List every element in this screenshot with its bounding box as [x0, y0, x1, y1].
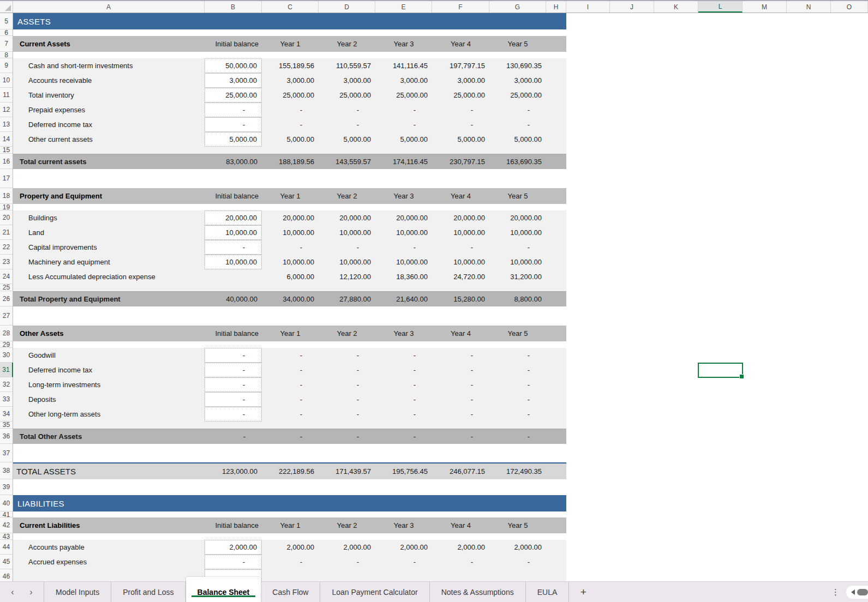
cell-G31[interactable]: -	[489, 363, 546, 377]
row-header-21[interactable]: 21	[0, 225, 13, 240]
input-cell-B31[interactable]: -	[205, 363, 262, 377]
cell-G23[interactable]: 10,000.00	[489, 255, 546, 269]
cell-G30[interactable]: -	[489, 348, 546, 363]
cell-G11[interactable]: 25,000.00	[489, 88, 546, 103]
input-cell-B13[interactable]: -	[205, 117, 262, 132]
cell-F24[interactable]: 24,720.00	[432, 269, 489, 284]
cell-E44[interactable]: 2,000.00	[375, 540, 432, 555]
cell-G12[interactable]: -	[489, 103, 546, 117]
row-header-9[interactable]: 9	[0, 58, 13, 73]
cell-D46[interactable]	[319, 569, 375, 581]
row-header-11[interactable]: 11	[0, 88, 13, 103]
cell-D30[interactable]: -	[319, 348, 375, 363]
cell-D45[interactable]: -	[319, 555, 375, 569]
cell-E45[interactable]: -	[375, 555, 432, 569]
cell-G33[interactable]: -	[489, 392, 546, 407]
cell-G38[interactable]: 172,490.35	[489, 463, 546, 479]
row-header-39[interactable]: 39	[0, 479, 13, 495]
cell-D12[interactable]: -	[319, 103, 375, 117]
row-header-19[interactable]: 19	[0, 204, 13, 210]
cell-F34[interactable]: -	[432, 407, 489, 422]
cell-B36[interactable]: -	[205, 429, 262, 444]
column-header-H[interactable]: H	[546, 1, 566, 13]
column-header-E[interactable]: E	[375, 1, 432, 13]
input-cell-B33[interactable]: -	[205, 392, 262, 407]
cell-C14[interactable]: 5,000.00	[262, 132, 319, 147]
row-header-37[interactable]: 37	[0, 444, 13, 462]
column-header-A[interactable]: A	[13, 1, 205, 13]
cell-C32[interactable]: -	[262, 377, 319, 392]
cell-A9[interactable]: Cash and short-term investments	[13, 58, 205, 73]
cell-A22[interactable]: Capital improvements	[13, 240, 205, 255]
cell-E10[interactable]: 3,000.00	[375, 73, 432, 88]
cell-C46[interactable]	[262, 569, 319, 581]
cell-C9[interactable]: 155,189.56	[262, 58, 319, 73]
cell-E32[interactable]: -	[375, 377, 432, 392]
cell-C33[interactable]: -	[262, 392, 319, 407]
cell-D11[interactable]: 25,000.00	[319, 88, 375, 103]
cell-F31[interactable]: -	[432, 363, 489, 377]
cell-F21[interactable]: 10,000.00	[432, 225, 489, 240]
cell-C23[interactable]: 10,000.00	[262, 255, 319, 269]
cell-A31[interactable]: Deferred income tax	[13, 363, 205, 377]
row-header-30[interactable]: 30	[0, 348, 13, 363]
cell-F30[interactable]: -	[432, 348, 489, 363]
sheet-tab-loan-payment-calculator[interactable]: Loan Payment Calculator	[320, 582, 429, 602]
row-header-15[interactable]: 15	[0, 147, 13, 154]
column-header-B[interactable]: B	[205, 1, 262, 13]
row-header-38[interactable]: 38	[0, 462, 13, 479]
section-header-bar[interactable]: Property and EquipmentInitial balanceYea…	[13, 188, 566, 204]
cell-D22[interactable]: -	[319, 240, 375, 255]
cell-F26[interactable]: 15,280.00	[432, 292, 489, 306]
cell-A10[interactable]: Accounts receivable	[13, 73, 205, 88]
cell-E24[interactable]: 18,360.00	[375, 269, 432, 284]
section-banner[interactable]: LIABILITIES	[13, 495, 566, 511]
section-banner[interactable]: ASSETS	[13, 13, 566, 29]
cell-A45[interactable]: Accrued expenses	[13, 555, 205, 569]
cell-E34[interactable]: -	[375, 407, 432, 422]
cell-B24[interactable]	[205, 269, 262, 284]
cell-C26[interactable]: 34,000.00	[262, 292, 319, 306]
cell-A13[interactable]: Deferred income tax	[13, 117, 205, 132]
row-header-36[interactable]: 36	[0, 429, 13, 444]
column-header-J[interactable]: J	[610, 1, 654, 13]
cell-E14[interactable]: 5,000.00	[375, 132, 432, 147]
cell-A21[interactable]: Land	[13, 225, 205, 240]
cell-G14[interactable]: 5,000.00	[489, 132, 546, 147]
input-cell-B44[interactable]: 2,000.00	[205, 540, 262, 555]
cell-D38[interactable]: 171,439.57	[319, 463, 375, 479]
column-header-L[interactable]: L	[698, 1, 743, 13]
row-header-13[interactable]: 13	[0, 117, 13, 132]
cell-C45[interactable]: -	[262, 555, 319, 569]
cell-C38[interactable]: 222,189.56	[262, 463, 319, 479]
cell-C34[interactable]: -	[262, 407, 319, 422]
cell-D33[interactable]: -	[319, 392, 375, 407]
sheet-tab-eula[interactable]: EULA	[526, 582, 570, 602]
cell-C20[interactable]: 20,000.00	[262, 210, 319, 225]
column-header-G[interactable]: G	[489, 1, 546, 13]
cell-G16[interactable]: 163,690.35	[489, 154, 546, 169]
row-header-26[interactable]: 26	[0, 291, 13, 306]
cell-F16[interactable]: 230,797.15	[432, 154, 489, 169]
cell-F22[interactable]: -	[432, 240, 489, 255]
cell-F44[interactable]: 2,000.00	[432, 540, 489, 555]
input-cell-B45[interactable]: -	[205, 555, 262, 569]
cell-A11[interactable]: Total inventory	[13, 88, 205, 103]
sheet-tab-cash-flow[interactable]: Cash Flow	[261, 582, 320, 602]
cell-F20[interactable]: 20,000.00	[432, 210, 489, 225]
cell-D26[interactable]: 27,880.00	[319, 292, 375, 306]
cell-D21[interactable]: 10,000.00	[319, 225, 375, 240]
cell-G22[interactable]: -	[489, 240, 546, 255]
fill-handle[interactable]	[739, 374, 744, 379]
cell-E22[interactable]: -	[375, 240, 432, 255]
row-header-14[interactable]: 14	[0, 132, 13, 147]
section-header-bar[interactable]: Current LiabilitiesInitial balanceYear 1…	[13, 517, 566, 533]
cell-C36[interactable]: -	[262, 429, 319, 444]
cell-E30[interactable]: -	[375, 348, 432, 363]
cell-D44[interactable]: 2,000.00	[319, 540, 375, 555]
cell-D13[interactable]: -	[319, 117, 375, 132]
input-cell-B34[interactable]: -	[205, 407, 262, 422]
cell-E9[interactable]: 141,116.45	[375, 58, 432, 73]
cell-E33[interactable]: -	[375, 392, 432, 407]
cell-D20[interactable]: 20,000.00	[319, 210, 375, 225]
